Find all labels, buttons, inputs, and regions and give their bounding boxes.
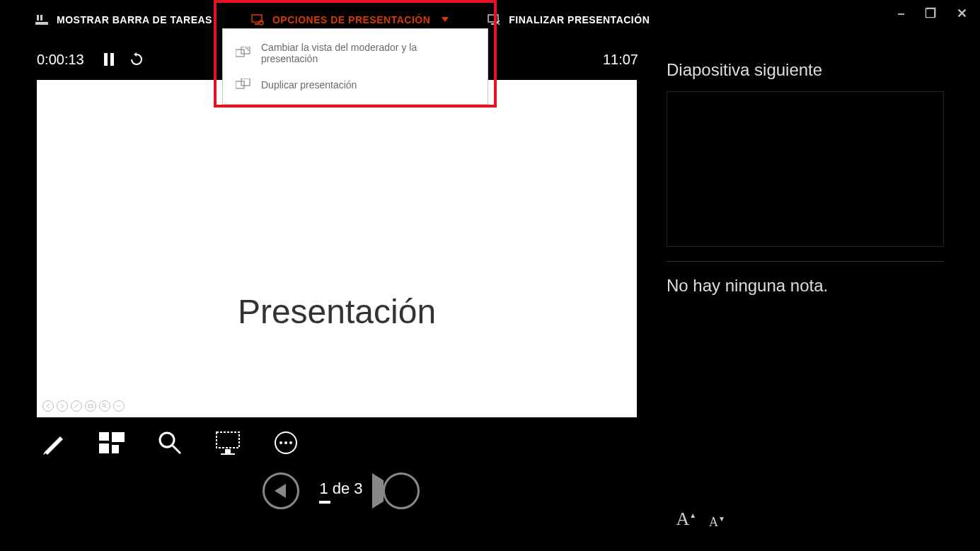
- restart-button[interactable]: [129, 52, 144, 66]
- svg-rect-6: [488, 15, 498, 22]
- svg-point-15: [103, 404, 105, 407]
- svg-point-28: [279, 441, 282, 444]
- svg-rect-26: [221, 453, 235, 455]
- pause-button[interactable]: [104, 53, 114, 66]
- slide-mini-controls: [42, 400, 125, 412]
- elapsed-timer: 0:00:13: [37, 52, 84, 68]
- svg-rect-20: [112, 432, 125, 442]
- black-screen-tool[interactable]: [215, 430, 241, 456]
- mini-camera-icon[interactable]: [85, 400, 96, 412]
- svg-rect-10: [236, 81, 244, 88]
- presenter-pane: 0:00:13 11:07 Presentación: [37, 39, 645, 551]
- mini-more-icon[interactable]: [113, 400, 125, 412]
- presentation-options-button[interactable]: OPCIONES DE PRESENTACIÓN: [251, 14, 449, 25]
- svg-rect-1: [37, 15, 39, 21]
- presentation-options-menu: Cambiar la vista del moderador y la pres…: [222, 28, 488, 105]
- mini-zoom-icon[interactable]: [99, 400, 110, 412]
- triangle-right-icon: [372, 473, 432, 509]
- duplicate-icon: [236, 79, 251, 91]
- window-controls: – ❐ ✕: [897, 7, 967, 20]
- svg-point-30: [289, 441, 292, 444]
- navigation-row: 1 de 3: [37, 472, 645, 509]
- zoom-tool[interactable]: [157, 430, 183, 456]
- next-slide-heading: Diapositiva siguiente: [667, 60, 953, 80]
- monitor-gear-icon: [251, 14, 264, 25]
- svg-rect-7: [491, 23, 495, 25]
- svg-point-23: [160, 433, 174, 447]
- swap-views-label: Cambiar la vista del moderador y la pres…: [261, 42, 475, 64]
- divider: [667, 261, 944, 262]
- increase-font-button[interactable]: A▲: [676, 509, 696, 530]
- presenter-toolbar: [37, 417, 645, 468]
- main-area: 0:00:13 11:07 Presentación: [0, 39, 980, 551]
- svg-point-17: [118, 405, 120, 407]
- svg-rect-11: [241, 79, 250, 86]
- duplicate-label: Duplicar presentación: [261, 79, 357, 91]
- svg-rect-25: [225, 449, 231, 453]
- svg-rect-12: [104, 53, 108, 66]
- svg-point-18: [120, 405, 121, 407]
- mini-pen-icon[interactable]: [71, 400, 82, 412]
- svg-point-29: [284, 441, 287, 444]
- svg-rect-2: [40, 15, 42, 21]
- svg-rect-14: [88, 405, 93, 407]
- previous-slide-button[interactable]: [263, 472, 299, 509]
- svg-rect-8: [236, 50, 244, 57]
- svg-rect-22: [112, 445, 119, 453]
- svg-rect-19: [99, 432, 109, 441]
- svg-rect-21: [99, 443, 109, 453]
- current-slide[interactable]: Presentación: [37, 80, 637, 417]
- mini-next-icon[interactable]: [57, 400, 68, 412]
- slide-grid-tool[interactable]: [99, 430, 125, 456]
- svg-point-16: [117, 405, 118, 407]
- slide-title: Presentación: [238, 292, 436, 331]
- end-presentation-label: FINALIZAR PRESENTACIÓN: [509, 14, 650, 25]
- svg-rect-4: [255, 23, 259, 25]
- slide-counter: 1 de 3: [319, 480, 362, 502]
- taskbar-icon: [35, 14, 48, 25]
- svg-point-5: [259, 21, 263, 25]
- triangle-left-icon: [275, 484, 286, 498]
- chevron-down-icon: [442, 17, 449, 22]
- end-presentation-button[interactable]: FINALIZAR PRESENTACIÓN: [488, 14, 650, 25]
- svg-rect-24: [217, 432, 239, 448]
- presentation-options-label: OPCIONES DE PRESENTACIÓN: [272, 14, 430, 25]
- show-taskbar-button[interactable]: MOSTRAR BARRA DE TAREAS: [35, 14, 212, 25]
- monitor-close-icon: [488, 14, 500, 25]
- notes-placeholder: No hay ninguna nota.: [667, 276, 953, 296]
- font-size-controls: A▲ A▼: [676, 509, 725, 530]
- decrease-font-button[interactable]: A▼: [709, 515, 725, 530]
- more-tool[interactable]: [273, 430, 299, 456]
- show-taskbar-label: MOSTRAR BARRA DE TAREAS: [57, 14, 212, 25]
- sidebar-pane: Diapositiva siguiente No hay ninguna not…: [645, 39, 980, 551]
- pen-tool[interactable]: [41, 430, 67, 456]
- swap-views-icon: [236, 47, 251, 59]
- svg-rect-13: [110, 53, 114, 66]
- next-slide-thumbnail[interactable]: [667, 91, 944, 247]
- minimize-button[interactable]: –: [897, 7, 905, 20]
- swap-views-menuitem[interactable]: Cambiar la vista del moderador y la pres…: [223, 35, 488, 71]
- mini-prev-icon[interactable]: [42, 400, 54, 412]
- clock-time: 11:07: [603, 52, 638, 68]
- next-slide-button[interactable]: [383, 472, 420, 509]
- restore-button[interactable]: ❐: [925, 7, 937, 20]
- svg-rect-0: [35, 22, 48, 25]
- top-toolbar: MOSTRAR BARRA DE TAREAS OPCIONES DE PRES…: [0, 0, 980, 39]
- duplicate-presentation-menuitem[interactable]: Duplicar presentación: [223, 71, 488, 98]
- close-button[interactable]: ✕: [957, 7, 968, 20]
